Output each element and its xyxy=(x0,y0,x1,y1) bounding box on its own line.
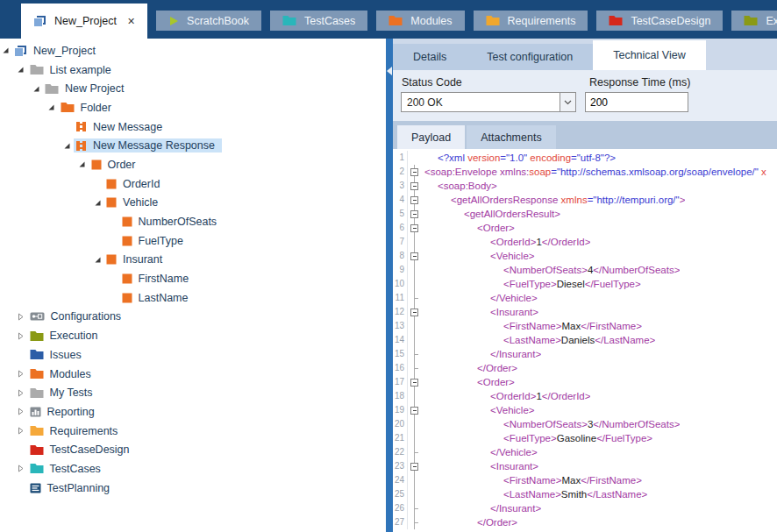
tab-testcasedesign[interactable]: TestCaseDesign xyxy=(596,11,723,31)
tree-item-firstname[interactable]: FirstName xyxy=(0,269,386,288)
tree-item-new-project[interactable]: New_Project xyxy=(0,41,386,60)
code-text: <Vehicle> xyxy=(421,403,535,417)
tree-item-fueltype[interactable]: FuelType xyxy=(0,231,386,251)
response-time-input[interactable] xyxy=(585,92,688,112)
tree-item-new-message-response[interactable]: New Message Response xyxy=(0,136,386,155)
tree-item-order[interactable]: Order xyxy=(0,155,386,174)
collapse-box-icon[interactable] xyxy=(410,252,418,260)
tree-item-modules[interactable]: Modules xyxy=(0,365,386,384)
message-icon xyxy=(75,121,87,132)
tree-item-execution[interactable]: Execution xyxy=(0,326,386,345)
tab-new-project[interactable]: New_Project✕ xyxy=(21,4,147,39)
panel-splitter[interactable] xyxy=(386,39,393,532)
code-text: <FirstName>Max</FirstName> xyxy=(421,473,642,487)
tree-item-new-project[interactable]: New Project xyxy=(0,79,386,98)
chevron-down-icon[interactable] xyxy=(560,93,575,111)
tree-item-issues[interactable]: Issues xyxy=(0,345,386,365)
line-number: 20 xyxy=(393,417,408,431)
expand-arrow-icon[interactable] xyxy=(31,85,41,93)
expand-arrow-icon[interactable] xyxy=(16,465,26,472)
collapse-box-icon[interactable] xyxy=(410,407,418,415)
expand-arrow-icon[interactable] xyxy=(92,256,103,264)
collapse-box-icon[interactable] xyxy=(410,196,418,204)
tab-payload[interactable]: Payload xyxy=(397,125,465,149)
tree-item-testcases[interactable]: TestCases xyxy=(0,459,386,479)
message-icon xyxy=(75,140,87,152)
tab-requirements[interactable]: Requirements xyxy=(474,11,588,31)
tree-item-numberofseats[interactable]: NumberOfSeats xyxy=(0,212,386,231)
fold-toggle[interactable] xyxy=(408,193,421,207)
collapse-box-icon[interactable] xyxy=(410,182,418,190)
fold-toggle[interactable] xyxy=(408,305,421,319)
fold-toggle[interactable] xyxy=(408,207,421,221)
tab-scratchbook[interactable]: ScratchBook xyxy=(156,11,261,31)
code-line: 8<Vehicle> xyxy=(393,249,777,263)
expand-arrow-icon[interactable] xyxy=(16,332,26,340)
tree-item-reporting[interactable]: Reporting xyxy=(0,402,386,422)
fold-toggle[interactable] xyxy=(408,165,421,179)
tree-item-orderid[interactable]: OrderId xyxy=(0,174,386,194)
tree-item-testplanning[interactable]: TestPlanning xyxy=(0,479,386,498)
tree-item-my-tests[interactable]: My Tests xyxy=(0,383,386,402)
tab-details[interactable]: Details xyxy=(393,44,467,70)
status-code-label: Status Code xyxy=(402,76,462,89)
status-code-select[interactable]: 200 OK xyxy=(401,92,576,112)
line-number: 5 xyxy=(393,207,408,221)
expand-arrow-icon[interactable] xyxy=(77,160,88,168)
response-time-label: Response Time (ms) xyxy=(589,76,690,89)
expand-arrow-icon[interactable] xyxy=(16,427,26,435)
tab-modules[interactable]: Modules xyxy=(376,11,464,31)
tree-item-list-example[interactable]: List example xyxy=(0,60,386,80)
code-line: 9<NumberOfSeats>4</NumberOfSeats> xyxy=(393,263,777,277)
line-number: 24 xyxy=(393,473,408,487)
code-line: 18<OrderId>1</OrderId> xyxy=(393,389,777,403)
tree-item-insurant[interactable]: Insurant xyxy=(0,251,386,270)
expand-arrow-icon[interactable] xyxy=(16,389,26,397)
xml-editor[interactable]: 1<?xml version="1.0" encoding="utf-8"?>2… xyxy=(393,149,777,532)
tab-attachments[interactable]: Attachments xyxy=(467,125,555,149)
tree-item-label: Insurant xyxy=(123,253,162,266)
tab-testcases[interactable]: TestCases xyxy=(270,11,367,31)
expand-arrow-icon[interactable] xyxy=(16,370,26,378)
tree-item-requirements[interactable]: Requirements xyxy=(0,422,386,441)
tree-item-lastname[interactable]: LastName xyxy=(0,288,386,308)
code-line: 26</Insurant> xyxy=(393,501,777,515)
collapse-box-icon[interactable] xyxy=(410,210,418,218)
tree-item-label: New_Project xyxy=(33,45,96,57)
tree-item-configurations[interactable]: Configurations xyxy=(0,308,386,327)
collapse-box-icon[interactable] xyxy=(410,224,418,232)
expand-arrow-icon[interactable] xyxy=(0,46,11,54)
collapse-box-icon[interactable] xyxy=(410,168,418,176)
fold-toggle[interactable] xyxy=(408,459,421,473)
expand-arrow-icon[interactable] xyxy=(16,313,26,321)
fold-gutter xyxy=(408,347,421,361)
code-line: 19<Vehicle> xyxy=(393,403,777,417)
collapse-box-icon[interactable] xyxy=(410,463,418,471)
tree-item-vehicle[interactable]: Vehicle xyxy=(0,194,386,213)
collapse-panel-arrow-icon[interactable] xyxy=(387,67,392,75)
code-line: 23<Insurant> xyxy=(393,459,777,473)
collapse-box-icon[interactable] xyxy=(410,309,418,316)
collapse-box-icon[interactable] xyxy=(410,379,418,387)
line-number: 8 xyxy=(393,249,408,263)
tree-item-testcasedesign[interactable]: TestCaseDesign xyxy=(0,440,386,459)
fold-toggle[interactable] xyxy=(408,179,421,193)
close-tab-icon[interactable]: ✕ xyxy=(127,16,135,27)
tab-execution[interactable]: Execution xyxy=(731,11,777,31)
expand-arrow-icon[interactable] xyxy=(46,103,57,111)
tab-technical-view[interactable]: Technical View xyxy=(593,40,705,70)
fold-toggle[interactable] xyxy=(408,403,421,417)
tree-item-folder[interactable]: Folder xyxy=(0,98,386,117)
fold-toggle[interactable] xyxy=(408,221,421,235)
tab-test-configuration[interactable]: Test configuration xyxy=(467,44,593,70)
fold-gutter xyxy=(408,417,421,431)
fold-gutter xyxy=(408,445,421,459)
expand-arrow-icon[interactable] xyxy=(61,142,72,150)
fold-toggle[interactable] xyxy=(408,249,421,263)
expand-arrow-icon[interactable] xyxy=(92,199,103,207)
expand-arrow-icon[interactable] xyxy=(16,66,26,74)
code-line: 1<?xml version="1.0" encoding="utf-8"?> xyxy=(393,151,777,165)
fold-toggle[interactable] xyxy=(408,375,421,389)
tree-item-new-message[interactable]: New Message xyxy=(0,117,386,137)
expand-arrow-icon[interactable] xyxy=(16,408,26,415)
